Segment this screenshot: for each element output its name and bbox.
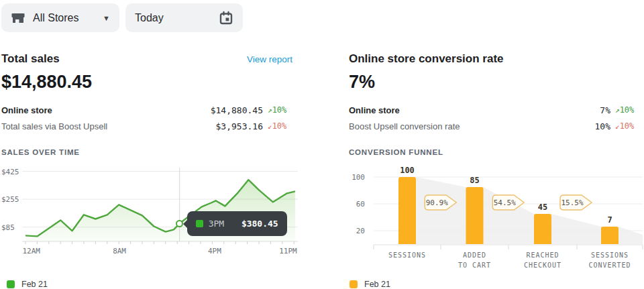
svg-text:45: 45 — [538, 203, 547, 212]
legend-label: Feb 21 — [364, 280, 390, 289]
svg-text:12AM: 12AM — [22, 247, 40, 255]
date-selector-button[interactable]: Today — [125, 3, 243, 32]
svg-text:15.5%: 15.5% — [561, 198, 583, 207]
svg-text:$425: $425 — [1, 168, 19, 176]
metric-value: 10% — [595, 121, 610, 131]
legend-swatch-orange — [350, 280, 358, 288]
svg-text:TO CART: TO CART — [458, 262, 491, 269]
svg-text:CONVERTED: CONVERTED — [588, 262, 631, 269]
chevron-down-icon: ▼ — [103, 14, 110, 22]
svg-text:SESSIONS: SESSIONS — [591, 251, 629, 259]
svg-text:100: 100 — [352, 173, 365, 182]
delta-badge: ↗10% — [263, 105, 294, 115]
sales-metric-rows: Online store $14,880.45 ↗10% Total sales… — [1, 102, 294, 134]
trend-down-icon: ↙ — [268, 122, 272, 131]
view-report-link[interactable]: View report — [247, 54, 292, 64]
chart-tooltip: 3PM $380.45 — [187, 211, 287, 236]
tooltip-value: $380.45 — [241, 219, 278, 229]
metric-value: $3,953.16 — [216, 121, 263, 131]
conversion-rate-value: 7% — [349, 72, 375, 93]
svg-text:7: 7 — [607, 215, 612, 225]
metric-value: 7% — [600, 105, 610, 115]
trend-down-icon: ↙ — [615, 122, 620, 131]
conversion-funnel-heading: CONVERSION FUNNEL — [349, 148, 443, 156]
metric-label: Total sales via Boost Upsell — [1, 121, 216, 131]
store-selector-button[interactable]: All Stores ▼ — [1, 3, 119, 32]
svg-text:REACHED: REACHED — [526, 251, 559, 259]
data-point-marker — [176, 220, 183, 227]
delta-badge: ↙10% — [610, 121, 642, 131]
svg-text:54.5%: 54.5% — [494, 198, 516, 207]
trend-up-icon: ↗ — [268, 106, 272, 115]
svg-text:SESSIONS: SESSIONS — [388, 251, 426, 259]
svg-text:85: 85 — [470, 176, 479, 185]
metric-row-online-store-rate: Online store 7% ↗10% — [349, 102, 642, 118]
tooltip-time: 3PM — [209, 219, 224, 229]
svg-text:60: 60 — [356, 200, 365, 209]
topbar: All Stores ▼ Today — [0, 0, 644, 36]
sales-over-time-heading: SALES OVER TIME — [1, 148, 80, 156]
total-sales-value: $14,880.45 — [1, 72, 92, 93]
sales-legend: Feb 21 — [7, 280, 48, 289]
svg-text:CHECKOUT: CHECKOUT — [524, 262, 561, 269]
svg-text:90.9%: 90.9% — [426, 198, 448, 207]
metric-value: $14,880.45 — [211, 105, 263, 115]
date-selector-label: Today — [135, 12, 164, 24]
metric-row-boost-upsell-rate: Boost Upsell conversion rate 10% ↙10% — [349, 118, 642, 134]
svg-text:4PM: 4PM — [208, 247, 221, 255]
delta-badge: ↙10% — [263, 121, 294, 131]
conversion-metric-rows: Online store 7% ↗10% Boost Upsell conver… — [349, 102, 642, 134]
store-selector-label: All Stores — [33, 12, 78, 24]
svg-text:8AM: 8AM — [113, 247, 126, 255]
trend-up-icon: ↗ — [615, 106, 620, 115]
conversion-rate-title: Online store conversion rate — [349, 52, 504, 66]
conversion-funnel-chart[interactable]: 10060201008545790.9%54.5%15.5%SESSIONSAD… — [343, 161, 644, 274]
total-sales-title: Total sales — [1, 52, 60, 66]
storefront-icon — [11, 11, 25, 25]
svg-text:11PM: 11PM — [279, 247, 297, 255]
metric-row-boost-upsell: Total sales via Boost Upsell $3,953.16 ↙… — [1, 118, 294, 134]
metric-label: Boost Upsell conversion rate — [349, 121, 595, 131]
legend-label: Feb 21 — [21, 280, 48, 289]
delta-badge: ↗10% — [610, 105, 642, 115]
svg-text:$255: $255 — [1, 195, 19, 204]
metric-label: Online store — [349, 105, 600, 115]
metric-label: Online store — [1, 105, 211, 115]
legend-swatch-green — [7, 280, 15, 288]
series-swatch — [196, 220, 203, 227]
svg-text:$85: $85 — [1, 223, 15, 232]
svg-text:ADDED: ADDED — [463, 251, 486, 259]
svg-text:20: 20 — [356, 227, 365, 235]
metric-row-online-store: Online store $14,880.45 ↗10% — [1, 102, 294, 118]
calendar-icon — [219, 11, 233, 25]
funnel-legend: Feb 21 — [350, 280, 390, 289]
svg-text:100: 100 — [400, 166, 415, 175]
